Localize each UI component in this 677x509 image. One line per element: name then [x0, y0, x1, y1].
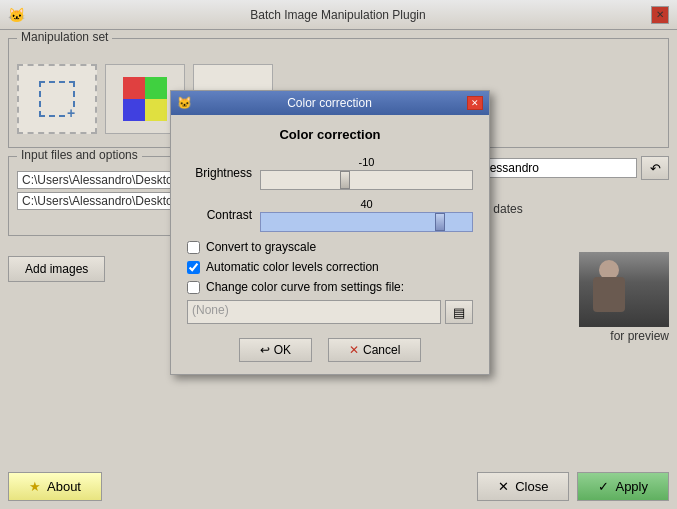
auto-levels-label[interactable]: Automatic color levels correction [206, 260, 379, 274]
brightness-value: -10 [260, 156, 473, 168]
brightness-thumb[interactable] [340, 171, 350, 189]
brightness-track[interactable] [260, 170, 473, 190]
ok-button[interactable]: ↩ OK [239, 338, 312, 362]
file-input-field[interactable]: (None) [187, 300, 441, 324]
contrast-thumb[interactable] [435, 213, 445, 231]
cancel-button[interactable]: ✕ Cancel [328, 338, 421, 362]
color-correction-dialog: 🐱 Color correction ✕ Color correction Br… [170, 90, 490, 375]
file-browse-button[interactable]: ▤ [445, 300, 473, 324]
window-close-button[interactable]: ✕ [651, 6, 669, 24]
app-icon: 🐱 [8, 7, 25, 23]
browse-icon: ▤ [453, 305, 465, 320]
dialog-body: Color correction Brightness -10 Contrast [171, 115, 489, 374]
file-input-row: (None) ▤ [187, 300, 473, 324]
cancel-icon: ✕ [349, 343, 359, 357]
brightness-row: Brightness -10 [187, 156, 473, 190]
dialog-buttons: ↩ OK ✕ Cancel [187, 338, 473, 362]
contrast-row: Contrast 40 [187, 198, 473, 232]
app-title: Batch Image Manipulation Plugin [25, 8, 651, 22]
dialog-close-button[interactable]: ✕ [467, 96, 483, 110]
dialog-overlay: 🐱 Color correction ✕ Color correction Br… [0, 30, 677, 509]
grayscale-label[interactable]: Convert to grayscale [206, 240, 316, 254]
grayscale-checkbox[interactable] [187, 241, 200, 254]
dialog-title-icon: 🐱 [177, 96, 192, 110]
contrast-label: Contrast [187, 208, 252, 222]
dialog-title-bar: 🐱 Color correction ✕ [171, 91, 489, 115]
contrast-track[interactable] [260, 212, 473, 232]
color-curve-label[interactable]: Change color curve from settings file: [206, 280, 404, 294]
auto-levels-checkbox[interactable] [187, 261, 200, 274]
color-curve-row: Change color curve from settings file: [187, 280, 473, 294]
brightness-label: Brightness [187, 166, 252, 180]
dialog-heading: Color correction [187, 127, 473, 142]
auto-levels-row: Automatic color levels correction [187, 260, 473, 274]
title-bar: 🐱 Batch Image Manipulation Plugin ✕ [0, 0, 677, 30]
grayscale-row: Convert to grayscale [187, 240, 473, 254]
color-curve-checkbox[interactable] [187, 281, 200, 294]
dialog-title: Color correction [192, 96, 467, 110]
brightness-slider-container: -10 [260, 156, 473, 190]
contrast-value: 40 [260, 198, 473, 210]
contrast-slider-container: 40 [260, 198, 473, 232]
ok-icon: ↩ [260, 343, 270, 357]
main-window: Manipulation set 🐱 + [0, 30, 677, 509]
